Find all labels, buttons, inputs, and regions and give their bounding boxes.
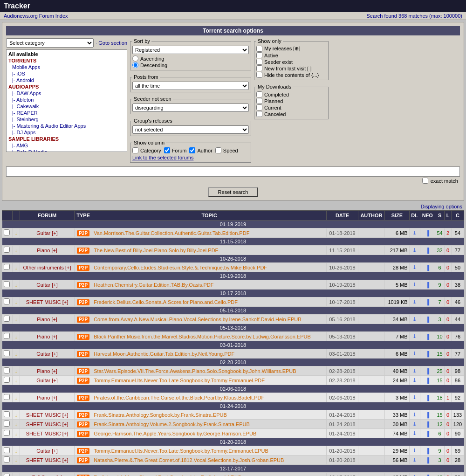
row-forum[interactable]: Piano [+] — [20, 315, 75, 324]
col-forum[interactable]: FORUM — [20, 211, 75, 221]
category-item[interactable]: |- AMG — [7, 142, 126, 149]
row-nfo[interactable]: ▐ — [420, 263, 435, 272]
category-dropdown[interactable]: Select categoryMobile Apps|- iOS|- Andro… — [6, 38, 94, 48]
row-arrow[interactable]: ↓ — [13, 420, 20, 429]
row-forum[interactable]: SHEET MUSIC [+] — [20, 420, 75, 429]
new-from-last-check[interactable]: New from last visit [ ] — [256, 65, 326, 71]
col-author[interactable]: AUTHOR — [358, 211, 385, 221]
row-checkbox-cell[interactable] — [2, 280, 13, 290]
planned-check[interactable]: Planned — [256, 98, 326, 104]
category-item[interactable]: |- DAW Apps — [7, 90, 126, 97]
sort-by-select[interactable]: Registered Name Size Downloads — [132, 46, 249, 54]
col-s[interactable]: S — [435, 211, 444, 221]
row-forum[interactable]: Guitar [+] — [20, 376, 75, 385]
row-arrow[interactable]: ↓ — [13, 246, 20, 255]
row-nfo[interactable]: ▐ — [420, 228, 435, 238]
row-dl[interactable]: ⤓ — [409, 332, 420, 341]
row-topic[interactable]: Contemporary.Cello.Etudes.Studies.in.Sty… — [92, 263, 327, 272]
row-forum[interactable]: Piano [+] — [20, 366, 75, 376]
category-item[interactable]: |- Android — [7, 77, 126, 83]
row-topic[interactable]: The.New.Best.of.Billy.Joel.Piano.Solo.by… — [92, 246, 327, 255]
row-arrow[interactable]: ↓ — [13, 446, 20, 455]
row-dl[interactable]: ⤓ — [409, 455, 420, 465]
search-input[interactable] — [6, 166, 460, 177]
row-dl[interactable]: ⤓ — [409, 410, 420, 420]
row-topic[interactable]: Radiohead.A.Moon.Shaped.Pool.Songbook.by… — [92, 473, 327, 476]
row-arrow[interactable]: ↓ — [13, 263, 20, 272]
row-checkbox[interactable] — [4, 474, 10, 476]
row-checkbox[interactable] — [4, 264, 10, 270]
row-topic[interactable]: Frank.Sinatra.Anthology.Volume.2.Songboo… — [92, 420, 327, 429]
row-dl[interactable]: ⤓ — [409, 366, 420, 376]
row-checkbox[interactable] — [4, 229, 10, 235]
row-dl[interactable]: ⤓ — [409, 263, 420, 272]
row-checkbox[interactable] — [4, 447, 10, 453]
category-item[interactable]: |- Bela D Media — [7, 149, 126, 152]
row-nfo[interactable]: ▐ — [420, 410, 435, 420]
row-topic[interactable]: Pirates.of.the.Caribbean.The.Curse.of.th… — [92, 393, 327, 402]
row-checkbox-cell[interactable] — [2, 366, 13, 376]
row-checkbox-cell[interactable] — [2, 297, 13, 307]
row-checkbox-cell[interactable] — [2, 455, 13, 465]
category-item[interactable]: SAMPLE LIBRARIES — [7, 136, 126, 142]
category-item[interactable]: |- Steinberg — [7, 116, 126, 123]
current-check[interactable]: Current — [256, 104, 326, 110]
row-nfo[interactable]: ▐ — [420, 280, 435, 290]
row-checkbox-cell[interactable] — [2, 228, 13, 238]
row-dl[interactable]: ⤓ — [409, 349, 420, 359]
row-dl[interactable]: ⤓ — [409, 393, 420, 402]
row-nfo[interactable]: ▐ — [420, 246, 435, 255]
row-arrow[interactable]: ↓ — [13, 455, 20, 465]
row-forum[interactable]: Guitar [+] — [20, 349, 75, 359]
seeder-exist-check[interactable]: Seeder exist — [256, 59, 326, 65]
row-checkbox-cell[interactable] — [2, 315, 13, 324]
row-arrow[interactable]: ↓ — [13, 297, 20, 307]
row-dl[interactable]: ⤓ — [409, 246, 420, 255]
row-checkbox[interactable] — [4, 281, 10, 287]
category-item[interactable]: |- Ableton — [7, 97, 126, 103]
row-dl[interactable]: ⤓ — [409, 446, 420, 455]
sort-descending-radio[interactable]: Descending — [132, 62, 249, 68]
row-checkbox[interactable] — [4, 333, 10, 339]
displaying-options-link[interactable]: Displaying options — [2, 203, 464, 210]
row-forum[interactable]: SHEET MUSIC [+] — [20, 429, 75, 438]
col-l[interactable]: L — [445, 211, 452, 221]
row-nfo[interactable]: ▐ — [420, 473, 435, 476]
row-arrow[interactable]: ↓ — [13, 349, 20, 359]
row-dl[interactable]: ⤓ — [409, 280, 420, 290]
col-date[interactable]: DATE — [327, 211, 358, 221]
groups-releases-select[interactable]: not selected — [132, 125, 249, 134]
row-topic[interactable]: Come.from.Away.A.New.Musical.Piano.Vocal… — [92, 315, 327, 324]
row-arrow[interactable]: ↓ — [13, 366, 20, 376]
row-checkbox[interactable] — [4, 350, 10, 356]
row-checkbox-cell[interactable] — [2, 393, 13, 402]
row-topic[interactable]: Harvest.Moon.Authentic.Guitar.Tab.Editio… — [92, 349, 327, 359]
row-arrow[interactable]: ↓ — [13, 228, 20, 238]
row-topic[interactable]: Tommy.Emmanuel.Its.Never.Too.Late.Songbo… — [92, 446, 327, 455]
row-arrow[interactable]: ↓ — [13, 376, 20, 385]
row-topic[interactable]: George.Harrison.The.Apple.Years.Songbook… — [92, 429, 327, 438]
row-arrow[interactable]: ↓ — [13, 315, 20, 324]
row-forum[interactable]: Piano [+] — [20, 393, 75, 402]
row-arrow[interactable]: ↓ — [13, 393, 20, 402]
canceled-check[interactable]: Canceled — [256, 111, 326, 117]
row-forum[interactable]: Guitar [+] — [20, 280, 75, 290]
row-arrow[interactable]: ↓ — [13, 429, 20, 438]
row-dl[interactable]: ⤓ — [409, 473, 420, 476]
category-item[interactable]: |- REAPER — [7, 110, 126, 116]
category-item[interactable]: TORRENTS — [7, 57, 126, 64]
row-arrow[interactable]: ↓ — [13, 410, 20, 420]
category-item[interactable]: Mobile Apps — [7, 64, 126, 70]
sort-ascending-radio[interactable]: Ascending — [132, 55, 249, 62]
row-checkbox[interactable] — [4, 298, 10, 304]
row-checkbox-cell[interactable] — [2, 410, 13, 420]
row-nfo[interactable]: ▐ — [420, 376, 435, 385]
show-col-author[interactable]: Author — [189, 147, 212, 153]
row-nfo[interactable]: ▐ — [420, 366, 435, 376]
row-topic[interactable]: Star.Wars.Episode.VII.The.Force.Awakens.… — [92, 366, 327, 376]
row-checkbox-cell[interactable] — [2, 429, 13, 438]
row-topic[interactable]: Black.Panther.Music.from.the.Marvel.Stud… — [92, 332, 327, 341]
category-item[interactable]: |- Cakewalk — [7, 103, 126, 110]
row-checkbox[interactable] — [4, 247, 10, 253]
row-nfo[interactable]: ▐ — [420, 332, 435, 341]
